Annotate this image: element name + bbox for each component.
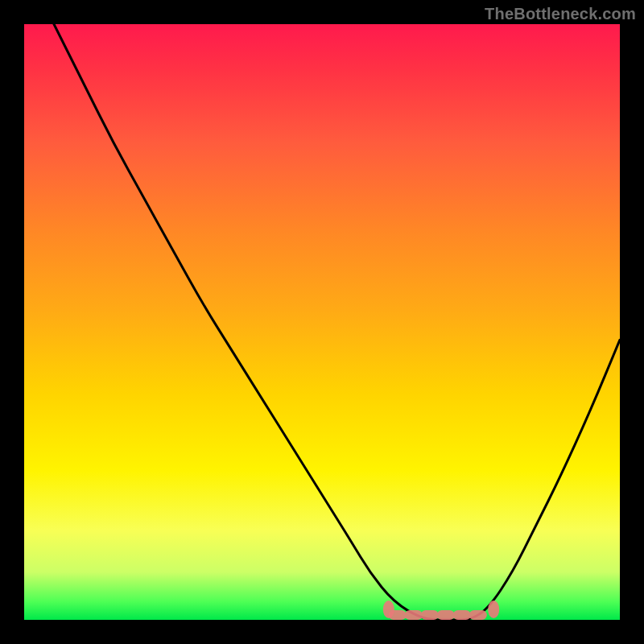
bottleneck-curve <box>24 0 620 620</box>
chart-frame: TheBottleneck.com <box>0 0 644 644</box>
optimal-range-start-icon <box>383 601 394 618</box>
watermark-text: TheBottleneck.com <box>485 5 636 23</box>
curve-svg <box>24 24 620 620</box>
plot-area <box>24 24 620 620</box>
optimal-range-end-icon <box>488 601 499 618</box>
